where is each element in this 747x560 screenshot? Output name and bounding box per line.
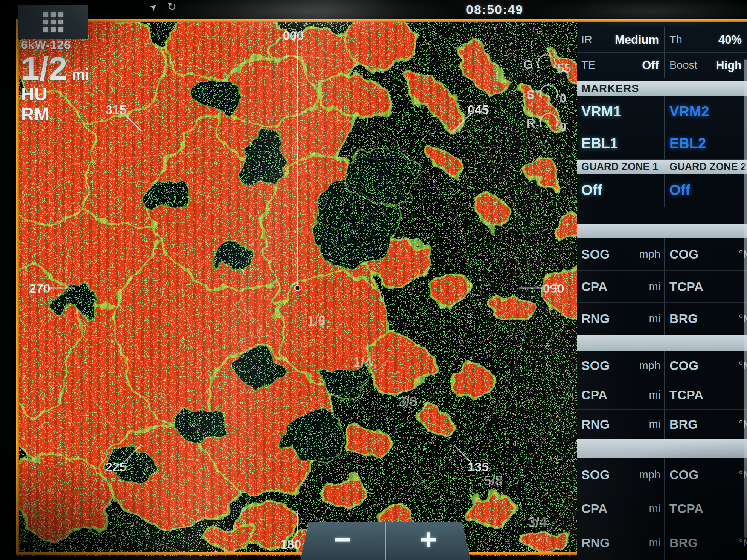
time-display: 08:50:49 [466, 2, 541, 17]
threshold-setting[interactable]: Th 40% [665, 27, 747, 52]
sidebar-scrollbar[interactable] [744, 59, 747, 538]
section-divider [577, 224, 747, 238]
guard-zone-1-toggle[interactable]: Off [577, 174, 665, 207]
rng-brg-row: RNGmi BRG°M [577, 303, 747, 335]
sog-unit: mph [639, 359, 660, 372]
sog-label: SOG [581, 358, 610, 373]
cpa-tcpa-row: CPAmi TCPA [577, 492, 747, 526]
ir-value: Medium [615, 33, 659, 47]
te-label: TE [581, 59, 595, 72]
ring-label: 1/8 [307, 313, 326, 329]
ir-label: IR [581, 33, 592, 46]
markers-header-label: MARKERS [581, 82, 639, 95]
orientation-mode: HU [21, 84, 89, 105]
menu-button[interactable] [18, 5, 88, 39]
te-setting[interactable]: TE Off [577, 53, 665, 78]
frame-border-left [16, 19, 19, 555]
radar-plot-area[interactable]: 000 045 090 135 180 225 270 315 1/8 1/4 … [16, 22, 577, 556]
ring-label: 1/4 [353, 355, 372, 370]
rng-brg-row: RNGmi BRG°M [577, 410, 747, 439]
range-unit: mi [72, 66, 89, 83]
sea-label: S [526, 88, 535, 102]
target-data-group-3: SOGmph COG°M CPAmi TCPA RNGmi BRG°M [577, 458, 747, 560]
rng-unit: mi [649, 537, 660, 549]
bearing-label: 135 [468, 460, 489, 474]
bearing-label: 090 [543, 281, 564, 295]
markers-section-header: MARKERS [577, 81, 747, 96]
cpa-unit: mi [649, 502, 660, 515]
rain-value: 0 [559, 120, 566, 134]
range-readout: 1/2 mi [21, 53, 89, 84]
rng-brg-row: RNGmi BRG°M [577, 526, 747, 560]
plus-icon: + [420, 528, 437, 551]
guard-zone-1-state: Off [581, 182, 602, 198]
radar-mfd-screen: 000 045 090 135 180 225 270 315 1/8 1/4 … [0, 0, 747, 560]
minus-icon: − [334, 528, 352, 551]
threshold-value: 40% [718, 33, 742, 47]
guard-zone-2-toggle[interactable]: Off [665, 174, 747, 207]
sea-value: 0 [559, 91, 566, 105]
cpa-unit: mi [649, 389, 660, 401]
tcpa-label: TCPA [669, 388, 703, 402]
bearing-label: 225 [105, 460, 127, 474]
threshold-label: Th [669, 33, 682, 46]
motion-mode: RM [21, 104, 89, 125]
ebl2-label: EBL2 [669, 135, 706, 152]
guard-zone-2-header: GUARD ZONE 2 [665, 161, 746, 173]
cpa-tcpa-row: CPAmi TCPA [577, 271, 747, 303]
sog-unit: mph [639, 248, 660, 260]
bearing-label: 315 [105, 102, 127, 117]
vrm1-label: VRM1 [581, 103, 621, 120]
ring-label: 3/4 [528, 514, 547, 530]
ring-label: 5/8 [484, 473, 503, 488]
bearing-label: 000 [283, 28, 304, 43]
sog-label: SOG [581, 467, 610, 482]
rng-label: RNG [581, 311, 610, 326]
range-in-button[interactable]: + [386, 522, 471, 560]
cog-label: COG [669, 358, 698, 373]
range-zoom-panel: − + [300, 522, 471, 560]
cpa-label: CPA [581, 501, 607, 516]
guard-zone-2-state: Off [669, 182, 690, 198]
range-out-button[interactable]: − [300, 522, 386, 560]
brg-unit: °M [739, 537, 747, 549]
target-data-group-2: SOGmph COG°M CPAmi TCPA RNGmi BRG°M [577, 351, 747, 439]
cpa-unit: mi [649, 280, 660, 293]
radar-display: 000 045 090 135 180 225 270 315 1/8 1/4 … [16, 22, 577, 556]
sog-cog-row: SOGmph COG°M [577, 238, 747, 271]
guard-zone-header: GUARD ZONE 1 GUARD ZONE 2 [577, 160, 747, 174]
rng-unit: mi [649, 418, 660, 431]
cog-label: COG [669, 467, 698, 482]
sog-label: SOG [581, 247, 610, 262]
rotate-icon: ↻ [167, 0, 177, 13]
sog-cog-row: SOGmph COG°M [577, 351, 747, 380]
range-value: 1/2 [21, 53, 67, 84]
rng-label: RNG [581, 417, 610, 432]
ir-setting[interactable]: IR Medium [577, 27, 665, 52]
sog-cog-row: SOGmph COG°M [577, 458, 747, 492]
section-divider [577, 439, 747, 458]
vrm2-button[interactable]: VRM2 [665, 96, 747, 128]
radar-control-sidebar: IR Medium Th 40% TE Off Boost High MARKE… [577, 22, 747, 560]
ring-label: 3/8 [398, 394, 417, 409]
boost-value: High [716, 59, 742, 72]
brg-label: BRG [669, 417, 698, 432]
rain-label: R [526, 116, 535, 130]
tcpa-label: TCPA [669, 279, 703, 294]
gain-value: 55 [557, 61, 571, 75]
ebl1-button[interactable]: EBL1 [577, 128, 665, 159]
cog-label: COG [669, 247, 698, 262]
boost-label: Boost [669, 59, 697, 72]
ebl1-label: EBL1 [581, 135, 618, 152]
vrm1-button[interactable]: VRM1 [577, 96, 665, 128]
boost-setting[interactable]: Boost High [665, 53, 747, 78]
cursor-icon: ➤ [148, 0, 160, 13]
gain-label: G [523, 58, 533, 72]
sog-unit: mph [639, 469, 660, 481]
brg-label: BRG [669, 536, 698, 550]
section-divider [577, 335, 747, 351]
radar-info-block: 6kW-126 1/2 mi HU RM [21, 38, 89, 125]
bearing-label: 045 [468, 102, 489, 117]
cpa-tcpa-row: CPAmi TCPA [577, 380, 747, 410]
ebl2-button[interactable]: EBL2 [665, 128, 747, 159]
